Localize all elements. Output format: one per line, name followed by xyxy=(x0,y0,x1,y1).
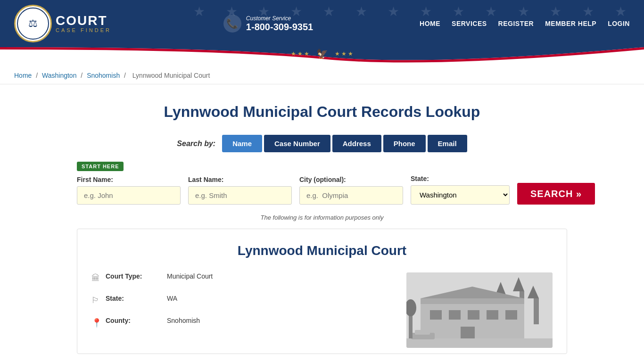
cs-phone: 1-800-309-9351 xyxy=(246,22,313,33)
main-content: Lynnwood Municipal Court Records Lookup … xyxy=(63,84,581,362)
svg-rect-16 xyxy=(406,338,553,348)
court-type-label: Court Type: xyxy=(106,272,167,280)
city-label: City (optional): xyxy=(299,176,403,183)
search-by-row: Search by: Name Case Number Address Phon… xyxy=(77,135,567,152)
eagle-icon: 🦅 xyxy=(316,48,328,59)
breadcrumb-county[interactable]: Snohomish xyxy=(87,72,120,79)
search-area: Search by: Name Case Number Address Phon… xyxy=(77,135,567,205)
first-name-label: First Name: xyxy=(77,176,181,183)
court-type-value: Municipal Court xyxy=(167,272,213,280)
court-state-label: State: xyxy=(106,295,167,302)
breadcrumb-state[interactable]: Washington xyxy=(42,72,76,79)
tab-address[interactable]: Address xyxy=(332,135,381,152)
last-name-input[interactable] xyxy=(188,186,292,205)
site-header: ⚖ COURT CASE FINDER 📞 Customer Service 1… xyxy=(0,0,644,47)
start-here-badge: START HERE xyxy=(77,162,124,171)
breadcrumb-court: Lynnwood Municipal Court xyxy=(132,72,210,79)
breadcrumb-sep-3: / xyxy=(124,72,128,79)
logo-area: ⚖ COURT CASE FINDER xyxy=(14,5,117,42)
court-county-label: County: xyxy=(106,317,167,324)
wave-banner: ★ ★ ★ 🦅 ★ ★ ★ xyxy=(0,47,644,67)
logo-court-label: COURT xyxy=(56,14,111,27)
court-card: Lynnwood Municipal Court xyxy=(77,229,567,354)
court-image-svg xyxy=(406,272,553,348)
court-state-row: 🏳 State: WA xyxy=(91,295,392,305)
location-icon: 📍 xyxy=(91,318,106,328)
tab-case-number[interactable]: Case Number xyxy=(264,135,330,152)
svg-rect-8 xyxy=(421,298,524,304)
svg-rect-10 xyxy=(430,310,442,320)
court-type-row: 🏛 Court Type: Municipal Court xyxy=(91,272,392,283)
last-name-label: Last Name: xyxy=(188,176,292,183)
last-name-field-group: Last Name: xyxy=(188,176,292,205)
first-name-input[interactable] xyxy=(77,186,181,205)
info-note: The following is for information purpose… xyxy=(77,214,567,221)
nav-register[interactable]: REGISTER xyxy=(498,20,534,27)
court-county-value: Snohomish xyxy=(167,317,200,324)
nav-services[interactable]: SERVICES xyxy=(452,20,487,27)
city-input[interactable] xyxy=(299,186,403,205)
court-card-title: Lynnwood Municipal Court xyxy=(91,243,553,258)
search-tabs: Name Case Number Address Phone Email xyxy=(222,135,467,152)
court-county-row: 📍 County: Snohomish xyxy=(91,317,392,328)
logo-circle: ⚖ xyxy=(14,5,52,42)
flag-icon: 🏳 xyxy=(91,296,106,305)
search-button[interactable]: SEARCH » xyxy=(517,183,595,205)
eagle-row: ★ ★ ★ 🦅 ★ ★ ★ xyxy=(291,48,353,59)
breadcrumb-sep-2: / xyxy=(81,72,84,79)
breadcrumb-sep-1: / xyxy=(36,72,40,79)
breadcrumb-home[interactable]: Home xyxy=(14,72,32,79)
search-button-label: SEARCH » xyxy=(530,189,582,199)
svg-rect-13 xyxy=(487,310,498,320)
svg-rect-5 xyxy=(534,298,539,324)
page-title: Lynnwood Municipal Court Records Lookup xyxy=(77,103,567,121)
first-name-field-group: First Name: xyxy=(77,176,181,205)
stars-right: ★ ★ ★ xyxy=(335,50,354,57)
state-label: State: xyxy=(411,175,510,182)
court-type-icon: 🏛 xyxy=(91,273,106,283)
tab-name[interactable]: Name xyxy=(222,135,262,152)
stars-left: ★ ★ ★ xyxy=(291,50,310,57)
phone-icon: 📞 xyxy=(223,15,241,33)
search-fields: First Name: Last Name: City (optional): … xyxy=(77,175,567,205)
cs-label: Customer Service xyxy=(246,15,313,22)
tab-email[interactable]: Email xyxy=(428,135,467,152)
court-image xyxy=(406,272,553,348)
logo-case-finder-label: CASE FINDER xyxy=(56,27,111,33)
customer-service: 📞 Customer Service 1-800-309-9351 xyxy=(223,15,313,33)
tab-phone[interactable]: Phone xyxy=(383,135,426,152)
svg-rect-11 xyxy=(449,310,461,320)
logo-text: COURT CASE FINDER xyxy=(52,11,117,36)
nav-home[interactable]: HOME xyxy=(420,20,440,27)
nav-login[interactable]: LOGIN xyxy=(608,20,630,27)
search-by-label: Search by: xyxy=(177,140,215,148)
breadcrumb: Home / Washington / Snohomish / Lynnwood… xyxy=(0,67,644,84)
state-select[interactable]: AlabamaAlaskaArizonaArkansasCaliforniaCo… xyxy=(411,185,510,205)
svg-rect-14 xyxy=(505,310,517,320)
nav-member-help[interactable]: MEMBER HELP xyxy=(545,20,596,27)
scales-icon: ⚖ xyxy=(28,17,38,30)
cs-text: Customer Service 1-800-309-9351 xyxy=(246,15,313,33)
state-field-group: State: AlabamaAlaskaArizonaArkansasCalif… xyxy=(411,175,510,205)
svg-rect-18 xyxy=(415,330,430,335)
main-nav: HOME SERVICES REGISTER MEMBER HELP LOGIN xyxy=(420,20,630,27)
svg-rect-12 xyxy=(468,310,479,320)
city-field-group: City (optional): xyxy=(299,176,403,205)
court-state-value: WA xyxy=(167,295,177,302)
